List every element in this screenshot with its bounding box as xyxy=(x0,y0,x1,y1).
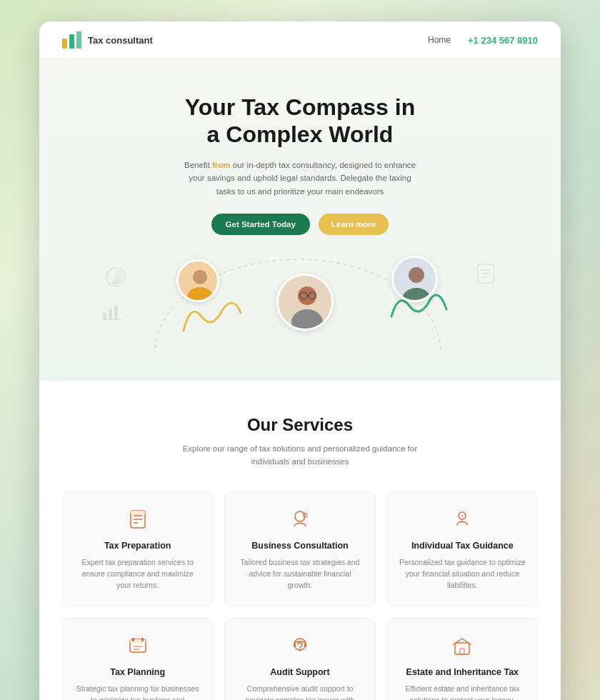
hero-visuals xyxy=(62,252,538,352)
logo-icon xyxy=(62,31,82,49)
svg-rect-16 xyxy=(196,274,204,280)
svg-rect-41 xyxy=(132,638,134,641)
svg-point-36 xyxy=(461,515,463,516)
services-grid: Tax Preparation Expert tax preparation s… xyxy=(62,491,538,700)
tax-planning-desc: Strategic tax planning for businesses to… xyxy=(74,683,201,700)
browser-frame: Tax consultant Home +1 234 567 8910 Your… xyxy=(39,21,561,700)
individual-tax-desc: Personalized tax guidance to optimize yo… xyxy=(399,556,526,591)
services-heading: Our Services xyxy=(62,415,538,435)
nav-phone: +1 234 567 8910 xyxy=(468,35,538,46)
svg-rect-32 xyxy=(131,511,145,515)
avatar-3 xyxy=(391,256,438,302)
service-card-tax-planning: Tax Planning Strategic tax planning for … xyxy=(62,618,213,700)
individual-tax-title: Individual Tax Guidance xyxy=(399,541,526,551)
deco-doc-icon xyxy=(476,263,495,289)
audit-support-icon xyxy=(236,636,363,660)
avatar-1 xyxy=(176,259,219,302)
svg-rect-45 xyxy=(294,644,296,647)
svg-rect-6 xyxy=(114,306,118,320)
hero-subtitle: Benefit from our in-depth tax consultanc… xyxy=(179,159,421,198)
tax-planning-title: Tax Planning xyxy=(74,667,201,677)
estate-tax-desc: Efficient estate and inheritance tax sol… xyxy=(399,683,526,700)
deco-chart-icon xyxy=(105,266,126,293)
svg-rect-48 xyxy=(460,649,464,654)
business-consultation-desc: Tailored business tax strategies and adv… xyxy=(236,556,363,591)
audit-support-title: Audit Support xyxy=(236,667,363,677)
nav-home-link[interactable]: Home xyxy=(428,35,451,45)
estate-tax-title: Estate and Inheritance Tax xyxy=(399,667,526,677)
tax-preparation-title: Tax Preparation xyxy=(74,541,201,551)
tax-preparation-desc: Expert tax preparation services to ensur… xyxy=(74,556,201,591)
hero-section: Your Tax Compass in a Complex World Bene… xyxy=(39,59,561,381)
get-started-button[interactable]: Get Started Today xyxy=(211,214,310,235)
svg-rect-0 xyxy=(62,39,67,49)
business-consultation-title: Business Consultation xyxy=(236,541,363,551)
hero-heading: Your Tax Compass in a Complex World xyxy=(62,94,538,149)
logo-text: Tax consultant xyxy=(88,35,153,46)
svg-rect-2 xyxy=(76,31,81,49)
svg-rect-4 xyxy=(103,313,106,320)
nav-right: Home +1 234 567 8910 xyxy=(428,35,538,46)
tax-planning-icon xyxy=(74,636,201,660)
hero-buttons: Get Started Today Learn more xyxy=(62,214,538,235)
avatar-2 xyxy=(276,274,334,331)
logo: Tax consultant xyxy=(62,31,153,49)
learn-more-button[interactable]: Learn more xyxy=(319,214,389,235)
business-consultation-icon xyxy=(236,509,363,534)
service-card-audit-support: Audit Support Comprehensive audit suppor… xyxy=(224,618,375,700)
service-card-business-consultation: Business Consultation Tailored business … xyxy=(224,491,375,606)
service-card-individual-tax: Individual Tax Guidance Personalized tax… xyxy=(387,491,538,606)
svg-rect-42 xyxy=(141,638,144,641)
estate-tax-icon xyxy=(399,636,526,660)
tax-preparation-icon xyxy=(74,509,201,534)
service-card-estate-tax: Estate and Inheritance Tax Efficient est… xyxy=(387,618,538,700)
service-card-tax-preparation: Tax Preparation Expert tax preparation s… xyxy=(62,491,213,606)
deco-bar-icon xyxy=(101,302,121,325)
navbar: Tax consultant Home +1 234 567 8910 xyxy=(39,21,561,59)
svg-rect-1 xyxy=(69,34,74,49)
svg-rect-46 xyxy=(304,644,306,647)
services-subtitle: Explore our range of tax solutions and p… xyxy=(171,442,429,469)
svg-rect-27 xyxy=(412,271,421,279)
individual-tax-icon xyxy=(399,509,526,534)
services-section: Our Services Explore our range of tax so… xyxy=(39,381,561,700)
audit-support-desc: Comprehensive audit support to navigate … xyxy=(236,683,363,700)
svg-point-44 xyxy=(299,650,301,651)
svg-rect-5 xyxy=(109,309,112,320)
